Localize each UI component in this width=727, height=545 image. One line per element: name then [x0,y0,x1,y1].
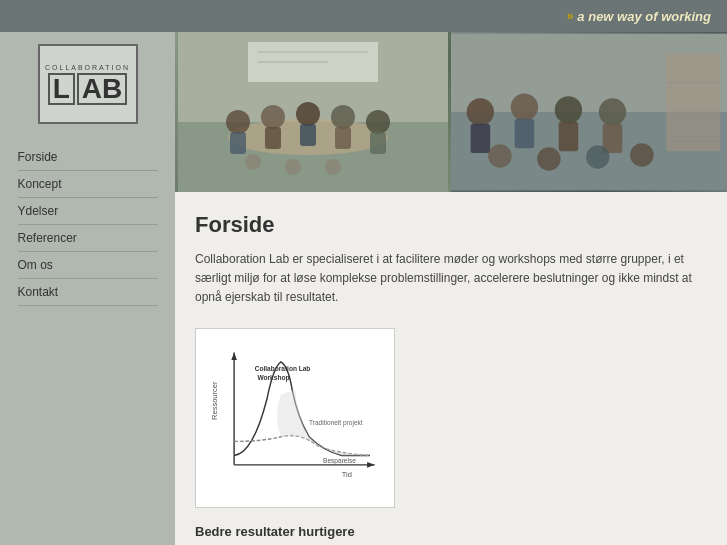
logo-l-letter: L [48,73,75,105]
svg-rect-6 [265,127,281,149]
logo: COLLABORATION L AB [38,44,138,124]
svg-rect-30 [559,122,579,151]
page-content: Forside Collaboration Lab er specialiser… [175,192,727,545]
svg-rect-4 [230,132,246,154]
logo-ab-letters: AB [77,73,127,105]
svg-point-33 [488,144,511,167]
nav-item-referencer[interactable]: Referencer [18,225,158,252]
svg-marker-39 [231,352,237,359]
svg-point-36 [630,143,653,166]
page-title: Forside [195,212,697,238]
content-area: Forside Collaboration Lab er specialiser… [175,32,727,545]
top-banner: » a new way of working [0,0,727,32]
nav-item-ydelser[interactable]: Ydelser [18,198,158,225]
chart-svg: Ressourcer Tid Collaboration Lab Worksho… [206,339,384,497]
svg-rect-12 [370,132,386,154]
banner-arrows: » [567,9,574,23]
svg-point-15 [325,159,341,175]
svg-point-3 [226,110,250,134]
svg-text:Traditionelt projekt: Traditionelt projekt [309,419,363,427]
sidebar: COLLABORATION L AB Forside Koncept Ydels… [0,32,175,545]
nav-item-forside[interactable]: Forside [18,144,158,171]
svg-point-34 [537,147,560,170]
svg-rect-21 [666,53,720,151]
photo-right-svg [451,32,727,192]
svg-point-11 [366,110,390,134]
intro-text: Collaboration Lab er specialiseret i at … [195,250,697,308]
photo-right [451,32,727,192]
svg-point-31 [599,98,626,125]
chart-y-label: Ressourcer [210,381,219,420]
nav-item-koncept[interactable]: Koncept [18,171,158,198]
svg-point-27 [511,93,538,120]
svg-text:Besparelse: Besparelse [323,457,356,465]
svg-rect-10 [335,127,351,149]
nav-item-om-os[interactable]: Om os [18,252,158,279]
chart-container: Ressourcer Tid Collaboration Lab Worksho… [195,328,395,508]
nav-menu: Forside Koncept Ydelser Referencer Om os… [18,144,158,306]
svg-point-9 [331,105,355,129]
logo-lab: L AB [48,73,128,105]
svg-point-7 [296,102,320,126]
svg-point-25 [467,98,494,125]
svg-text:Collaboration Lab: Collaboration Lab [255,365,311,372]
logo-top-text: COLLABORATION [45,64,130,71]
svg-rect-26 [471,124,491,153]
photo-collage [175,32,727,192]
svg-point-14 [285,159,301,175]
svg-point-35 [586,145,609,168]
main-container: COLLABORATION L AB Forside Koncept Ydels… [0,32,727,545]
svg-rect-8 [300,124,316,146]
section-subtitle: Bedre resultater hurtigere [195,524,697,539]
banner-text: a new way of working [577,9,711,24]
svg-point-29 [555,96,582,123]
svg-marker-40 [367,462,374,468]
hero-image [175,32,727,192]
svg-text:Workshop: Workshop [258,373,290,381]
svg-rect-28 [515,119,535,148]
chart-x-label: Tid [342,470,352,479]
svg-point-13 [245,154,261,170]
svg-point-5 [261,105,285,129]
photo-left-svg [175,32,451,192]
photo-left [175,32,451,192]
nav-item-kontakt[interactable]: Kontakt [18,279,158,306]
